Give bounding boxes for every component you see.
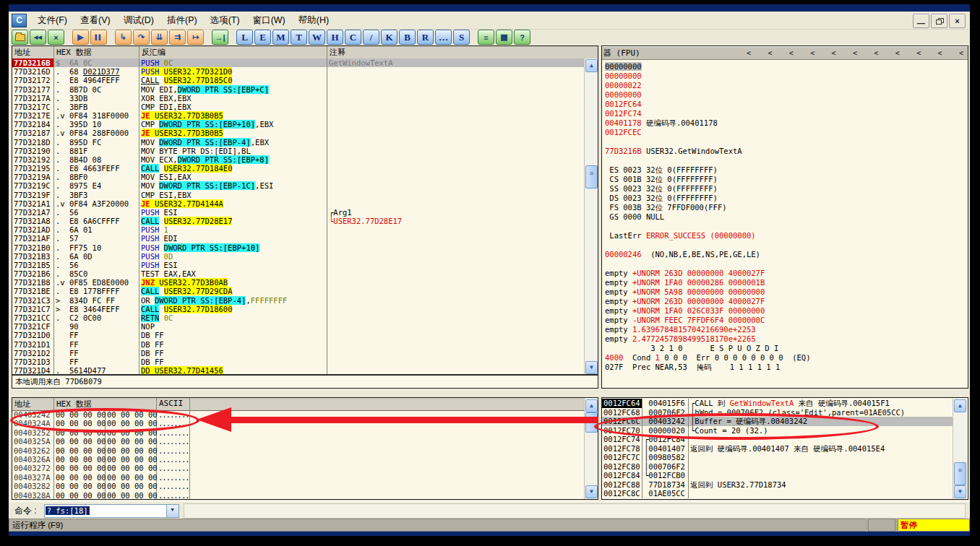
help-icon[interactable]: ?	[514, 30, 530, 45]
disasm-row[interactable]: 77D321B0. FF75 10PUSH DWORD PTR SS:[EBP+…	[12, 243, 585, 252]
menu-调试D[interactable]: 调试(D)	[117, 13, 160, 28]
scroll-thumb[interactable]	[954, 462, 966, 485]
trace-over-icon[interactable]: ⇉	[169, 30, 186, 45]
restart-icon[interactable]: ◀◀	[30, 30, 46, 45]
register-line[interactable]: empty +UNORM 263D 00000000 4000027F	[605, 269, 968, 278]
dump-row[interactable]: 0040325200 00 00 0000 00 00 00........	[12, 428, 585, 437]
trace-into-icon[interactable]: ⇊	[151, 30, 168, 45]
register-line[interactable]: DS 0023 32位 0(FFFFFFFF)	[605, 194, 968, 203]
dump-row[interactable]: 0040327200 00 00 0000 00 00 00........	[12, 464, 585, 472]
disasm-row[interactable]: 77D321BE. E8 177BFFFFCALL USER32.77D29CD…	[12, 287, 585, 295]
view-runtrace-button[interactable]: …	[435, 30, 452, 45]
scroll-thumb[interactable]	[585, 165, 598, 188]
disasm-row[interactable]: 77D321B6. 85C0TEST EAX,EAX	[12, 269, 585, 278]
view-patches-button[interactable]: /	[363, 30, 379, 45]
disasm-row[interactable]: 77D32184. 395D 10CMP DWORD PTR SS:[EBP+1…	[12, 120, 585, 129]
view-memory-button[interactable]: M	[272, 30, 289, 45]
view-callstack-button[interactable]: K	[381, 30, 397, 45]
register-line[interactable]: 0012FCEC	[605, 128, 968, 137]
disasm-row[interactable]: 77D321D1 FFDB FF	[12, 340, 585, 349]
stack-row[interactable]: 0012FC7C│00980582	[602, 453, 954, 462]
chevron-down-icon[interactable]: ▼	[166, 505, 179, 517]
stack-row[interactable]: 0012FC70 00000020└Count = 20 (32.)	[602, 426, 954, 436]
dump-row[interactable]: 0040328A00 00 00 0000 00 00 00........	[12, 491, 585, 500]
register-line[interactable]: 00000246 (NO,NB,E,BE,NS,PE,GE,LE)	[605, 250, 968, 259]
menu-窗口W[interactable]: 窗口(W)	[246, 13, 292, 28]
menu-插件P[interactable]: 插件(P)	[160, 13, 204, 28]
step-over-icon[interactable]: ↷	[133, 30, 150, 45]
minimize-button[interactable]: —	[913, 14, 929, 28]
dump-row[interactable]: 0040324200 00 00 0000 00 00 00........	[12, 410, 585, 419]
stack-row[interactable]: 0012FC6C 00403242│Buffer = 硬编码寻.00403242	[602, 417, 954, 426]
disasm-row[interactable]: 77D321B5. 56PUSH ESI	[12, 261, 585, 269]
register-line[interactable]: CS 001B 32位 0(FFFFFFFF)	[605, 175, 968, 184]
register-line[interactable]: empty +UNORM 1FA0 00000286 0000001B	[605, 278, 968, 287]
view-threads-button[interactable]: T	[291, 30, 307, 45]
stack-row[interactable]: 0012FC84└0012FCB0	[602, 471, 954, 480]
disasm-row[interactable]: 77D3217C. 3BFBCMP EDI,EBX	[12, 103, 585, 111]
dump-row[interactable]: 0040325A00 00 00 0000 00 00 00........	[12, 437, 585, 446]
disasm-row[interactable]: 77D3217A. 33DBXOR EBX,EBX	[12, 94, 585, 103]
go-to-icon[interactable]: →|	[212, 30, 228, 45]
scroll-up-icon[interactable]: ▲	[585, 59, 598, 72]
register-line[interactable]: 77D3216B USER32.GetWindowTextA	[605, 147, 968, 156]
menu-选项T[interactable]: 选项(T)	[204, 13, 246, 28]
disasm-row[interactable]: 77D32187.v 0F84 288F0000JE USER32.77D3B0…	[12, 129, 585, 137]
view-handles-button[interactable]: H	[327, 30, 343, 45]
stack-row[interactable]: 0012FC8C 01AE05CC	[602, 489, 954, 498]
register-line[interactable]	[605, 259, 968, 269]
register-line[interactable]: empty +UNORM 1FA0 026C033F 00000000	[605, 306, 968, 316]
register-line[interactable]	[605, 222, 968, 231]
stack-row[interactable]: 0012FC78│00401407返回到 硬编码寻.00401407 来自 硬编…	[602, 444, 954, 454]
execute-till-return-icon[interactable]: ↦	[187, 30, 204, 45]
register-line[interactable]: 0012FC64	[605, 100, 968, 109]
command-input[interactable]: ? fs:[18] ▼	[44, 504, 179, 518]
stack-row[interactable]: 0012FC74┌0012FC84	[602, 435, 954, 444]
disasm-row[interactable]: 77D3219A. 8BF0MOV ESI,EAX	[12, 173, 585, 181]
disasm-row[interactable]: 77D32192. 8B4D 08MOV ECX,DWORD PTR SS:[E…	[12, 155, 585, 164]
disasm-row[interactable]: 77D3219F. 3BF3CMP ESI,EBX	[12, 191, 585, 199]
disasm-row[interactable]: 77D3216D. 68 D021D377PUSH USER32.77D321D…	[12, 67, 585, 76]
scroll-down-icon[interactable]: ▼	[585, 485, 598, 498]
disasm-row[interactable]: 77D321AD. 6A 01PUSH 1	[12, 225, 585, 234]
register-line[interactable]: 00000000	[605, 72, 968, 81]
register-line[interactable]: FS 003B 32位 7FFDF000(FFF)	[605, 203, 968, 212]
register-line[interactable]: empty -UNORM FEEC 7FFDF6F4 0000000C	[605, 316, 968, 325]
view-breakpoints-button[interactable]: B	[399, 30, 416, 45]
disasm-row[interactable]: 77D321B8.v 0F85 ED8E0000JNZ USER32.77D3B…	[12, 278, 585, 287]
disasm-row[interactable]: 77D32190. 881FMOV BYTE PTR DS:[EDI],BL	[12, 147, 585, 155]
register-line[interactable]: 0012FC74	[605, 109, 968, 118]
register-line[interactable]: empty +UNORM 5A98 00000000 00000000	[605, 287, 968, 297]
register-line[interactable]: 3 2 1 0 E S P U O Z D I	[605, 344, 968, 353]
view-cpu-button[interactable]: C	[345, 30, 361, 45]
disasm-row[interactable]: 77D321B3. 6A 0DPUSH 0D	[12, 252, 585, 261]
disasm-row[interactable]: 77D3218D. 895D FCMOV DWORD PTR SS:[EBP-4…	[12, 138, 585, 147]
view-executables-button[interactable]: E	[254, 30, 271, 45]
disasm-row[interactable]: 77D321A1.v 0F84 A3F20000JE USER32.77D414…	[12, 199, 585, 208]
register-line[interactable]: 00000000	[605, 62, 968, 72]
register-line[interactable]: LastErr ERROR_SUCCESS (00000000)	[605, 231, 968, 240]
disasm-row[interactable]: 77D32177. 8B7D 0CMOV EDI,DWORD PTR SS:[E…	[12, 85, 585, 94]
disasm-row[interactable]: 77D321AF. 57PUSH EDI	[12, 234, 585, 243]
dump-row[interactable]: 0040324A00 00 00 0000 00 00 00........	[12, 419, 585, 428]
register-line[interactable]: 00000000	[605, 90, 968, 100]
register-line[interactable]: empty +UNORM 263D 00000000 4000027F	[605, 297, 968, 306]
register-line[interactable]: SS 0023 32位 0(FFFFFFFF)	[605, 184, 968, 194]
disasm-row[interactable]: 77D321A8. E8 6A6CFFFFCALL USER32.77D28E1…	[12, 217, 585, 225]
register-line[interactable]: 00000022	[605, 81, 968, 90]
scroll-up-icon[interactable]: ▲	[585, 399, 598, 412]
disasm-row[interactable]: 77D3219C. 8975 E4MOV DWORD PTR SS:[EBP-1…	[12, 181, 585, 190]
dump-row[interactable]: 0040327A00 00 00 0000 00 00 00........	[12, 473, 585, 482]
menu-文件F[interactable]: 文件(F)	[31, 13, 74, 28]
dump-row[interactable]: 0040326A00 00 00 0000 00 00 00........	[12, 455, 585, 464]
close-program-icon[interactable]: ×	[48, 30, 64, 45]
disasm-row[interactable]: 77D321C3> 834D FC FFOR DWORD PTR SS:[EBP…	[12, 296, 585, 305]
disasm-row[interactable]: 77D3216B$ 6A 0CPUSH 0CGetWindowTextA	[12, 58, 585, 67]
open-file-icon[interactable]	[12, 30, 28, 45]
dump-scrollbar[interactable]: ▲ ▼	[584, 399, 598, 499]
options-list-icon[interactable]: ≡	[478, 30, 494, 45]
pause-icon[interactable]: ▌▌	[90, 30, 107, 45]
view-windows-button[interactable]: W	[309, 30, 325, 45]
scroll-down-icon[interactable]: ▼	[585, 361, 598, 374]
stack-scrollbar[interactable]: ▲ ▼	[953, 399, 966, 499]
